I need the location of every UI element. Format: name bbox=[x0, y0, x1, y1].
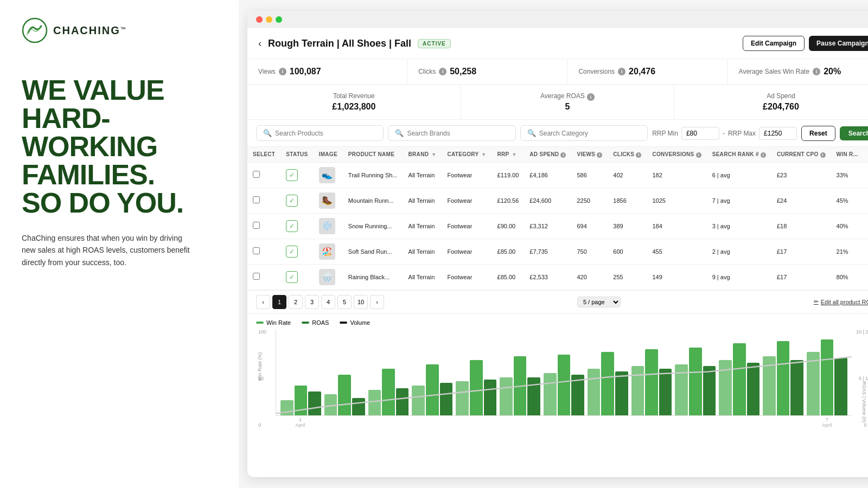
page-4-button[interactable]: 4 bbox=[321, 295, 335, 309]
dot-yellow[interactable] bbox=[266, 16, 272, 23]
per-page-dropdown[interactable]: 5 / page 10 / page 25 / page bbox=[577, 297, 621, 307]
page-3-button[interactable]: 3 bbox=[305, 295, 319, 309]
win-bar bbox=[280, 400, 293, 415]
views-info-icon[interactable]: i bbox=[279, 68, 286, 75]
win-bar bbox=[763, 356, 776, 415]
row-checkbox[interactable] bbox=[253, 171, 260, 178]
search-category-input[interactable] bbox=[539, 130, 641, 137]
logo-icon bbox=[22, 17, 48, 43]
revenue-total: Total Revenue £1,023,800 bbox=[247, 85, 461, 119]
table-row: ✓ ❄️ Snow Running... All Terrain Footwea… bbox=[247, 213, 868, 239]
ad-spend-label: Ad Spend bbox=[685, 92, 868, 100]
status-check-icon: ✓ bbox=[286, 195, 298, 207]
views-label: Views bbox=[258, 68, 276, 75]
rrp-min-input[interactable] bbox=[681, 127, 719, 140]
views-col-info[interactable]: i bbox=[597, 152, 602, 158]
stat-conversions: Conversions i 20,476 bbox=[567, 59, 727, 84]
avg-roas-value: 5 bbox=[472, 102, 663, 112]
win-bar bbox=[807, 352, 820, 415]
row-product-name: Mountain Runn... bbox=[343, 188, 403, 213]
x-label-5 bbox=[456, 417, 496, 428]
back-button[interactable]: ‹ bbox=[258, 38, 261, 49]
chart-area: Win Rate ROAS Volume Win Rate (%) ROAS |… bbox=[247, 314, 868, 478]
volume-bar bbox=[352, 398, 365, 415]
stat-clicks: Clicks i 50,258 bbox=[407, 59, 567, 84]
svg-point-0 bbox=[23, 18, 47, 42]
row-checkbox[interactable] bbox=[253, 196, 260, 203]
page-buttons: ‹ 1 2 3 4 5 10 › bbox=[256, 295, 384, 309]
page-5-button[interactable]: 5 bbox=[337, 295, 352, 309]
win-bar bbox=[412, 386, 425, 415]
ad-spend-col-info[interactable]: i bbox=[560, 152, 566, 158]
edit-all-roas-link[interactable]: ✏ Edit all product ROAS bbox=[814, 298, 868, 305]
product-image: 🌧️ bbox=[319, 269, 335, 285]
row-current-cpo: £24 bbox=[771, 188, 831, 213]
roas-info-icon[interactable]: i bbox=[587, 93, 595, 101]
page-2-button[interactable]: 2 bbox=[289, 295, 303, 309]
col-product-name: PRODUCT NAME bbox=[343, 147, 403, 162]
row-win-rate: 33% bbox=[831, 162, 864, 188]
win-rate-info-icon[interactable]: i bbox=[813, 68, 820, 75]
row-edit[interactable]: ✏ bbox=[864, 188, 868, 213]
chart-outer: Win Rate (%) ROAS | Volume (#) 100 50 0 … bbox=[276, 329, 852, 428]
next-page-button[interactable]: › bbox=[370, 295, 384, 309]
pause-campaign-button[interactable]: Pause Campaign bbox=[809, 36, 868, 51]
brand-filter-icon[interactable]: ▼ bbox=[431, 152, 436, 157]
row-edit[interactable]: ✏ bbox=[864, 239, 868, 264]
win-bar bbox=[500, 377, 513, 415]
row-rrp: £90.00 bbox=[492, 213, 525, 239]
row-category: Footwear bbox=[442, 162, 492, 188]
row-edit[interactable]: ✏ bbox=[864, 213, 868, 239]
rrp-filter-icon[interactable]: ▼ bbox=[512, 152, 516, 157]
row-checkbox-cell bbox=[247, 213, 280, 239]
row-edit[interactable]: ✏ bbox=[864, 264, 868, 290]
row-checkbox[interactable] bbox=[253, 273, 260, 280]
search-products-icon: 🔍 bbox=[263, 129, 272, 137]
search-brands-field[interactable]: 🔍 bbox=[388, 125, 515, 141]
row-conversions: 182 bbox=[647, 162, 706, 188]
row-checkbox[interactable] bbox=[253, 247, 260, 254]
avg-roas-label: Average ROAS bbox=[540, 92, 585, 100]
row-product-name: Trail Running Sh... bbox=[343, 162, 403, 188]
volume-bar bbox=[747, 363, 760, 415]
search-category-field[interactable]: 🔍 bbox=[520, 125, 648, 141]
clicks-label: Clicks bbox=[418, 68, 436, 75]
row-conversions: 149 bbox=[647, 264, 706, 290]
bar-group bbox=[588, 352, 628, 415]
campaign-header: ‹ Rough Terrain | All Shoes | Fall ACTIV… bbox=[247, 28, 868, 59]
row-edit[interactable]: ✏ bbox=[864, 162, 868, 188]
cpo-col-info[interactable]: i bbox=[820, 152, 826, 158]
logo-wordmark: CHACHING™ bbox=[53, 24, 126, 37]
page-1-button[interactable]: 1 bbox=[272, 295, 286, 309]
search-brands-input[interactable] bbox=[407, 130, 508, 137]
conv-col-info[interactable]: i bbox=[696, 152, 701, 158]
rrp-fields: RRP Min - RRP Max bbox=[652, 127, 797, 140]
clicks-info-icon[interactable]: i bbox=[439, 68, 446, 75]
bar-group bbox=[719, 343, 760, 415]
search-products-field[interactable]: 🔍 bbox=[256, 125, 384, 141]
total-revenue-value: £1,023,800 bbox=[258, 102, 450, 112]
clicks-col-info[interactable]: i bbox=[636, 152, 641, 158]
rrp-max-input[interactable] bbox=[759, 127, 797, 140]
dot-red[interactable] bbox=[256, 16, 263, 23]
prev-page-button[interactable]: ‹ bbox=[256, 295, 270, 309]
dot-green[interactable] bbox=[276, 16, 282, 23]
page-10-button[interactable]: 10 bbox=[354, 295, 368, 309]
rank-col-info[interactable]: i bbox=[761, 152, 766, 158]
category-filter-icon[interactable]: ▼ bbox=[481, 152, 486, 157]
product-image: 🏖️ bbox=[319, 243, 335, 260]
edit-campaign-button[interactable]: Edit Campaign bbox=[743, 36, 805, 51]
window-titlebar bbox=[247, 11, 868, 28]
search-products-input[interactable] bbox=[275, 130, 376, 137]
row-win-rate: 21% bbox=[831, 239, 864, 264]
win-bar bbox=[544, 373, 557, 415]
chart-legend: Win Rate ROAS Volume bbox=[256, 319, 868, 326]
conversions-info-icon[interactable]: i bbox=[618, 68, 626, 75]
row-checkbox[interactable] bbox=[253, 222, 260, 229]
stats-bar: Views i 100,087 Clicks i 50,258 Conversi… bbox=[247, 59, 868, 85]
search-button[interactable]: Search bbox=[840, 126, 868, 140]
reset-button[interactable]: Reset bbox=[801, 126, 835, 141]
y-axis-left: 100 50 0 bbox=[258, 329, 266, 428]
tagline-line5: SO DO YOU. bbox=[22, 187, 183, 219]
col-edit: EDIT bbox=[864, 147, 868, 162]
